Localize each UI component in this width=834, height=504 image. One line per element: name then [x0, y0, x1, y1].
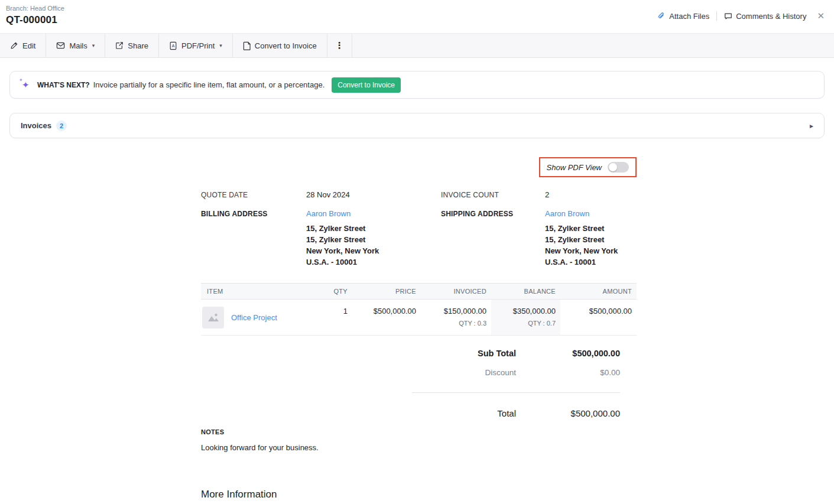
billing-contact-link[interactable]: Aaron Brown [306, 209, 441, 218]
balance-amount: $350,000.00 [491, 307, 556, 316]
expand-arrow-icon[interactable]: ▸ [810, 122, 813, 130]
discount-row: Discount $0.00 [201, 368, 637, 377]
shipping-address-label: SHIPPING ADDRESS [441, 210, 545, 218]
col-amount: AMOUNT [560, 284, 637, 299]
comments-history-button[interactable]: Comments & History [724, 12, 806, 21]
convert-to-invoice-label: Convert to Invoice [255, 41, 317, 50]
notes-label: NOTES [201, 428, 637, 435]
amount-cell: $500,000.00 [560, 300, 637, 335]
col-invoiced: INVOICED [421, 284, 491, 299]
total-row: Total $500,000.00 [201, 408, 637, 418]
discount-label: Discount [416, 368, 516, 377]
page-header: Branch: Head Office QT-000001 Attach Fil… [0, 0, 834, 33]
attach-files-label: Attach Files [669, 12, 709, 21]
item-name-link[interactable]: Office Project [231, 313, 277, 322]
comment-icon [724, 12, 732, 20]
billing-address-label: BILLING ADDRESS [201, 210, 306, 218]
page-title: QT-000001 [6, 14, 64, 26]
branch-label: Branch: Head Office [6, 5, 64, 12]
sparkle-icon: ✦ ✦ [20, 79, 31, 91]
paperclip-icon [657, 12, 666, 20]
col-balance: BALANCE [491, 284, 560, 299]
notes-text: Looking forward for your business. [201, 443, 637, 452]
quote-date-row: QUOTE DATE 28 Nov 2024 INVOICE COUNT 2 [201, 190, 637, 199]
billing-address-block: 15, Zylker Street 15, Zylker Street New … [306, 223, 441, 268]
more-actions-button[interactable]: ⋮ [327, 34, 352, 57]
header-left: Branch: Head Office QT-000001 [6, 5, 64, 26]
shipping-line: 15, Zylker Street [545, 223, 637, 234]
header-actions: Attach Files Comments & History ✕ [657, 5, 826, 21]
address-lines-row: 15, Zylker Street 15, Zylker Street New … [201, 223, 637, 268]
edit-button[interactable]: Edit [0, 34, 46, 57]
svg-text:A: A [172, 44, 175, 48]
shipping-line: New York, New York [545, 245, 637, 256]
sub-total-label: Sub Total [416, 349, 516, 358]
chevron-down-icon: ▾ [219, 43, 222, 48]
pencil-icon [10, 41, 18, 50]
quote-document: Show PDF View QUOTE DATE 28 Nov 2024 INV… [201, 157, 637, 504]
header-divider [716, 11, 717, 21]
address-name-row: BILLING ADDRESS Aaron Brown SHIPPING ADD… [201, 209, 637, 218]
invoice-count-value: 2 [545, 190, 637, 199]
show-pdf-view-toggle[interactable]: Show PDF View [539, 157, 637, 177]
pdf-print-label: PDF/Print [181, 41, 215, 50]
table-header-row: ITEM QTY PRICE INVOICED BALANCE AMOUNT [201, 284, 637, 300]
share-label: Share [128, 41, 148, 50]
table-row: Office Project 1 $500,000.00 $150,000.00… [201, 300, 637, 336]
whats-next-text: Invoice partially for a specific line it… [93, 80, 325, 89]
document-icon [243, 41, 251, 50]
balance-cell: $350,000.00 QTY : 0.7 [491, 300, 560, 335]
totals-section: Sub Total $500,000.00 Discount $0.00 Tot… [201, 336, 637, 418]
pdf-print-button[interactable]: A PDF/Print ▾ [159, 34, 233, 57]
col-price: PRICE [352, 284, 421, 299]
share-button[interactable]: Share [105, 34, 159, 57]
totals-divider [412, 392, 620, 393]
total-label: Total [416, 408, 516, 418]
envelope-icon [56, 41, 65, 50]
whats-next-banner: ✦ ✦ WHAT'S NEXT? Invoice partially for a… [9, 71, 825, 99]
pdf-icon: A [169, 41, 177, 50]
billing-line: 15, Zylker Street [306, 234, 441, 245]
convert-to-invoice-button[interactable]: Convert to Invoice [233, 34, 327, 57]
billing-line: New York, New York [306, 245, 441, 256]
item-image-placeholder-icon [202, 307, 224, 329]
col-qty: QTY [307, 284, 352, 299]
invoice-count-label: INVOICE COUNT [441, 191, 545, 199]
pdf-toggle-row: Show PDF View [201, 157, 637, 177]
close-icon[interactable]: ✕ [816, 11, 826, 21]
price-cell: $500,000.00 [352, 300, 421, 335]
invoiced-cell: $150,000.00 QTY : 0.3 [421, 300, 491, 335]
whats-next-label: WHAT'S NEXT? [37, 81, 90, 89]
mails-label: Mails [69, 41, 87, 50]
notes-section: NOTES Looking forward for your business. [201, 428, 637, 452]
kebab-icon: ⋮ [335, 40, 344, 51]
chevron-down-icon: ▾ [92, 43, 95, 48]
invoices-count-badge: 2 [56, 121, 67, 131]
invoiced-amount: $150,000.00 [421, 307, 486, 316]
billing-line: U.S.A. - 10001 [306, 256, 441, 268]
mails-button[interactable]: Mails ▾ [46, 34, 105, 57]
toggle-switch[interactable] [608, 162, 629, 173]
more-information-title: More Information [201, 489, 637, 500]
line-items-table: ITEM QTY PRICE INVOICED BALANCE AMOUNT O… [201, 283, 637, 336]
invoices-label: Invoices [21, 121, 51, 130]
discount-value: $0.00 [516, 368, 620, 377]
item-cell: Office Project [201, 300, 307, 335]
shipping-line: 15, Zylker Street [545, 234, 637, 245]
shipping-contact-link[interactable]: Aaron Brown [545, 209, 637, 218]
quote-date-value: 28 Nov 2024 [306, 190, 441, 199]
attach-files-button[interactable]: Attach Files [657, 12, 709, 21]
sub-total-row: Sub Total $500,000.00 [201, 349, 637, 358]
show-pdf-view-label: Show PDF View [547, 163, 602, 172]
invoiced-qty: QTY : 0.3 [421, 320, 486, 327]
edit-label: Edit [22, 41, 35, 50]
action-toolbar: Edit Mails ▾ Share A PDF/Print ▾ [0, 33, 834, 58]
quote-date-label: QUOTE DATE [201, 191, 306, 199]
invoices-section[interactable]: Invoices 2 ▸ [9, 113, 825, 138]
qty-cell: 1 [307, 300, 352, 335]
total-value: $500,000.00 [516, 408, 620, 418]
billing-line: 15, Zylker Street [306, 223, 441, 234]
shipping-address-block: 15, Zylker Street 15, Zylker Street New … [545, 223, 637, 268]
convert-to-invoice-cta-button[interactable]: Convert to Invoice [332, 77, 401, 93]
col-item: ITEM [201, 284, 307, 299]
